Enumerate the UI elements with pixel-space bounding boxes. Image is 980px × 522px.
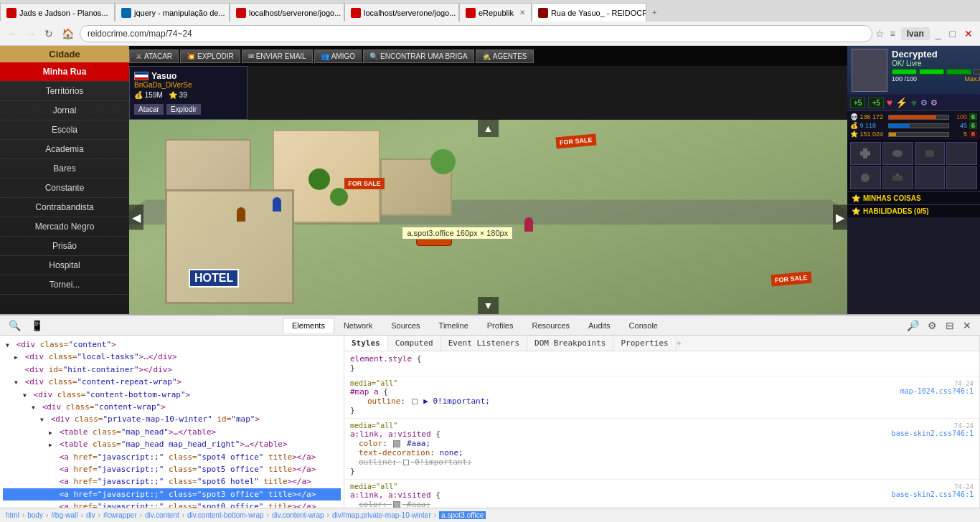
nav-item-minha-rua[interactable]: Minha Rua (0, 62, 129, 82)
item-slot-2[interactable] (882, 142, 913, 165)
nav-item-prisao[interactable]: Prisão (0, 237, 129, 256)
nav-item-mercado-negro[interactable]: Mercado Negro (0, 217, 129, 237)
breadcrumb-bg-wall[interactable]: #bg-wall (51, 511, 77, 519)
devtools-close-button[interactable]: ✕ (960, 318, 974, 333)
html-line-13[interactable]: <a href="javascript:;" class="spot0 offi… (3, 500, 341, 508)
tab-6[interactable]: Rua de Yasuo_ - REIDOCRI... ✕ (532, 3, 646, 22)
html-line-10[interactable]: <a href="javascript:;" class="spot5 offi… (3, 463, 341, 475)
item-slot-5[interactable] (850, 166, 881, 189)
item-slot-4[interactable] (946, 142, 977, 165)
window-minimize[interactable]: _ (933, 27, 944, 41)
nav-item-hospital[interactable]: Hospital (0, 256, 129, 275)
nav-right[interactable]: ▶ (833, 204, 847, 229)
breadcrumb-content-wrap[interactable]: div.content-wrap (272, 511, 324, 519)
breadcrumb-html[interactable]: html (6, 511, 19, 519)
html-line-5[interactable]: <div class="content-wrap"> (3, 401, 341, 413)
add-style-button[interactable]: + (677, 336, 682, 351)
tab-elements[interactable]: Elements (283, 318, 334, 333)
nav-item-escola[interactable]: Escola (0, 120, 129, 140)
item-slot-8[interactable] (946, 166, 977, 189)
window-restore[interactable]: □ (947, 27, 958, 41)
home-button[interactable]: 🏠 (59, 27, 77, 41)
tab-5[interactable]: eRepublik ✕ (459, 3, 532, 22)
breadcrumb-cwrapper[interactable]: #cwrapper (103, 511, 137, 519)
stat-plus-5-2[interactable]: +5 (868, 98, 883, 108)
friend-button[interactable]: 👥 AMIGO (314, 49, 362, 63)
new-tab-button[interactable]: + (646, 3, 662, 22)
nav-item-jornal[interactable]: Jornal (0, 101, 129, 120)
breadcrumb-div[interactable]: div (86, 511, 95, 519)
bookmark-button[interactable]: ☆ (875, 28, 885, 39)
tab-console[interactable]: Console (620, 318, 667, 333)
st-tab-styles[interactable]: Styles (344, 336, 388, 351)
tab-5-close[interactable]: ✕ (519, 9, 525, 16)
breadcrumb-body[interactable]: body (27, 511, 43, 519)
html-line-3[interactable]: <div class="content-repeat-wrap"> (3, 376, 341, 388)
popup-explode-btn[interactable]: Explodir (166, 104, 201, 115)
devtools-search-button[interactable]: 🔎 (904, 318, 922, 333)
find-fight-button[interactable]: 🔍 ENCONTRAR UMA BRIGA (363, 49, 474, 63)
tab-4[interactable]: localhost/serverone/jogo... ✕ (344, 3, 459, 22)
game-map[interactable]: HOTEL FOR SALE FOR SALE FOR SALE ◀ ▶ ▲ ▼… (129, 120, 847, 314)
st-tab-properties[interactable]: Properties (613, 336, 676, 351)
agents-button[interactable]: 🕵 AGENTES (476, 49, 534, 63)
forward-button[interactable]: → (23, 27, 39, 41)
window-close[interactable]: ✕ (961, 27, 976, 41)
devtools-settings-button[interactable]: ⚙ (925, 318, 940, 333)
item-slot-1[interactable] (850, 142, 881, 165)
breadcrumb-divcontent[interactable]: div.content (145, 511, 179, 519)
inspect-element-button[interactable]: 🔍 (6, 318, 24, 333)
devtools-dock-button[interactable]: ⊟ (943, 318, 957, 333)
tab-resources[interactable]: Resources (522, 318, 579, 333)
back-button[interactable]: ← (4, 27, 20, 41)
html-line-12[interactable]: <a href="javascript:;" class="spot3 offi… (3, 488, 341, 500)
tab-network[interactable]: Network (334, 318, 382, 333)
st-tab-dom-breakpoints[interactable]: DOM Breakpoints (527, 336, 613, 351)
breadcrumb-content-bottom-wrap[interactable]: div.content-bottom-wrap (187, 511, 264, 519)
tab-1[interactable]: Jads e Jadson - Planos... ✕ (0, 3, 115, 22)
explode-button[interactable]: 💥 EXPLODIR (180, 49, 240, 63)
stat-plus-5-1[interactable]: +5 (850, 98, 865, 108)
menu-button[interactable]: ≡ (887, 27, 898, 40)
nav-item-tornei[interactable]: Tornei... (0, 275, 129, 295)
html-line-8[interactable]: <table class="map_head map_head_right">…… (3, 438, 341, 450)
attack-button[interactable]: ⚔ ATACAR (129, 49, 179, 63)
item-slot-7[interactable] (915, 166, 946, 189)
nav-up[interactable]: ▲ (478, 120, 499, 137)
html-line-7[interactable]: <table class="map_head">…</table> (3, 426, 341, 438)
tab-audits[interactable]: Audits (579, 318, 620, 333)
html-line-2[interactable]: <div id="hint-container"></div> (3, 364, 341, 376)
tab-3[interactable]: localhost/serverone/jogo... ✕ (230, 3, 344, 22)
nav-down[interactable]: ▼ (478, 297, 499, 314)
tab-sources[interactable]: Sources (382, 318, 429, 333)
tab-profiles[interactable]: Profiles (478, 318, 523, 333)
nav-left[interactable]: ◀ (129, 204, 143, 229)
nav-item-contrabandista[interactable]: Contrabandista (0, 198, 129, 217)
st-tab-computed[interactable]: Computed (388, 336, 441, 351)
st-tab-event-listeners[interactable]: Event Listeners (441, 336, 527, 351)
html-line-1[interactable]: <div class="local-tasks">…</div> (3, 351, 341, 363)
reload-button[interactable]: ↻ (42, 27, 56, 41)
nav-item-territorios[interactable]: Territórios (0, 82, 129, 101)
item-slot-6[interactable] (882, 166, 913, 189)
nav-item-constante[interactable]: Constante (0, 179, 129, 198)
alink-source-2[interactable]: base-skin2.css?46:1 (892, 490, 974, 500)
send-email-button[interactable]: ✉ ENVIAR EMAIL (242, 49, 313, 63)
html-line-9[interactable]: <a href="javascript:;" class="spot4 offi… (3, 451, 341, 463)
device-mode-button[interactable]: 📱 (28, 318, 46, 333)
html-line-6[interactable]: <div class="private-map-10-winter" id="m… (3, 413, 341, 425)
address-input[interactable] (80, 25, 872, 42)
html-line-11[interactable]: <a href="javascript:;" class="spot6 hote… (3, 475, 341, 488)
html-line-0[interactable]: <div class="content"> (3, 338, 341, 351)
breadcrumb-spot3[interactable]: a.spot3.office (439, 511, 486, 519)
breadcrumb-map[interactable]: div#map.private-map-10-winter (332, 511, 431, 519)
nav-item-bares[interactable]: Bares (0, 159, 129, 179)
nav-item-academia[interactable]: Academia (0, 140, 129, 159)
tab-timeline[interactable]: Timeline (430, 318, 478, 333)
popup-attack-btn[interactable]: Atacar (134, 104, 164, 115)
alink-source-1[interactable]: base-skin2.css?46:1 (892, 430, 974, 439)
tab-2[interactable]: jquery - manipulação de... ✕ (115, 3, 230, 22)
item-slot-3[interactable] (915, 142, 946, 165)
html-line-4[interactable]: <div class="content-bottom-wrap"> (3, 389, 341, 401)
map-a-source[interactable]: map-1024.css?46:1 (900, 387, 974, 397)
